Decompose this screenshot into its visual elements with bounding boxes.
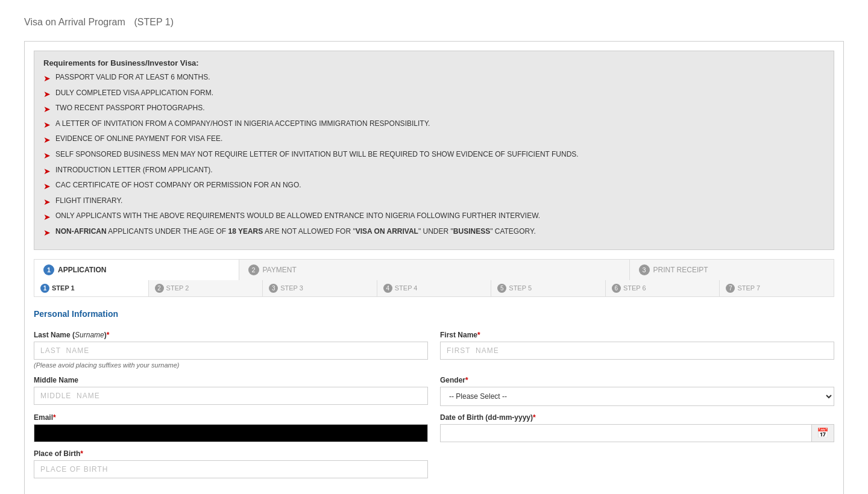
req-arrow-icon: ➤ bbox=[43, 196, 51, 208]
sub-step-3[interactable]: 3 STEP 3 bbox=[263, 280, 377, 296]
req-item-7: ➤ INTRODUCTION LETTER (FROM APPLICANT). bbox=[43, 165, 825, 178]
requirements-box: Requirements for Business/Investor Visa:… bbox=[34, 51, 834, 250]
sub-step-4[interactable]: 4 STEP 4 bbox=[377, 280, 492, 296]
gender-label: Gender* bbox=[440, 376, 834, 384]
req-item-6: ➤ SELF SPONSORED BUSINESS MEN MAY NOT RE… bbox=[43, 149, 825, 162]
dob-input[interactable] bbox=[440, 424, 811, 442]
step-num-2: 2 bbox=[248, 264, 259, 275]
middle-name-label: Middle Name bbox=[34, 376, 428, 384]
req-item-special: ➤ NON-AFRICAN APPLICANTS UNDER THE AGE O… bbox=[43, 227, 825, 239]
personal-info-section: Personal Information Last Name (Surname)… bbox=[34, 306, 834, 489]
sub-step-2[interactable]: 2 STEP 2 bbox=[149, 280, 263, 296]
email-label: Email* bbox=[34, 413, 428, 422]
req-arrow-icon: ➤ bbox=[43, 150, 51, 162]
requirements-title: Requirements for Business/Investor Visa: bbox=[43, 58, 825, 67]
form-row-middle-gender: Middle Name Gender* -- Please Select -- … bbox=[34, 376, 834, 406]
sub-steps: 1 STEP 1 2 STEP 2 3 STEP 3 4 STEP 4 5 ST… bbox=[34, 280, 834, 297]
form-row-email-dob: Email* Date of Birth (dd-mm-yyyy)* 📅 bbox=[34, 413, 834, 442]
sub-step-num-2: 2 bbox=[155, 284, 164, 293]
req-item-9: ➤ FLIGHT ITINERARY. bbox=[43, 196, 825, 208]
place-of-birth-input[interactable] bbox=[34, 460, 428, 478]
req-arrow-icon: ➤ bbox=[43, 181, 51, 193]
middle-name-col: Middle Name bbox=[34, 376, 428, 406]
sub-step-num-5: 5 bbox=[497, 284, 506, 293]
page-title: Visa on Arrival Program (STEP 1) bbox=[24, 12, 844, 29]
place-of-birth-label: Place of Birth* bbox=[34, 449, 428, 458]
last-name-hint: (Please avoid placing suffixes with your… bbox=[34, 361, 428, 369]
sub-step-num-7: 7 bbox=[726, 284, 735, 293]
req-item-2: ➤ DULY COMPLETED VISA APPLICATION FORM. bbox=[43, 88, 825, 101]
top-step-application[interactable]: 1 APPLICATION bbox=[34, 260, 239, 280]
sub-step-1[interactable]: 1 STEP 1 bbox=[34, 280, 149, 296]
sub-step-5[interactable]: 5 STEP 5 bbox=[491, 280, 606, 296]
section-title: Personal Information bbox=[34, 309, 834, 322]
req-item-4: ➤ A LETTER OF INVITATION FROM A COMPANY/… bbox=[43, 119, 825, 131]
form-row-name: Last Name (Surname)* (Please avoid placi… bbox=[34, 331, 834, 369]
form-row-birth: Place of Birth* bbox=[34, 449, 834, 478]
first-name-col: First Name* bbox=[440, 331, 834, 369]
calendar-button[interactable]: 📅 bbox=[811, 424, 834, 442]
top-step-print[interactable]: 3 PRINT RECEIPT bbox=[630, 260, 834, 280]
req-item-8: ➤ CAC CERTIFICATE OF HOST COMPANY OR PER… bbox=[43, 180, 825, 193]
dob-input-wrapper: 📅 bbox=[440, 424, 834, 442]
req-arrow-icon: ➤ bbox=[43, 227, 51, 239]
email-input[interactable] bbox=[34, 424, 428, 442]
top-nav: 1 APPLICATION 2 PAYMENT 3 PRINT RECEIPT bbox=[34, 259, 834, 280]
first-name-label: First Name* bbox=[440, 331, 834, 339]
step-num-3: 3 bbox=[639, 264, 650, 275]
gender-col: Gender* -- Please Select -- Male Female bbox=[440, 376, 834, 406]
req-arrow-icon: ➤ bbox=[43, 104, 51, 116]
middle-name-input[interactable] bbox=[34, 387, 428, 405]
req-arrow-icon: ➤ bbox=[43, 119, 51, 131]
last-name-input[interactable] bbox=[34, 342, 428, 360]
req-arrow-icon: ➤ bbox=[43, 166, 51, 178]
req-arrow-icon: ➤ bbox=[43, 89, 51, 101]
main-container: Requirements for Business/Investor Visa:… bbox=[24, 41, 844, 494]
step-num-1: 1 bbox=[43, 264, 54, 275]
req-item-1: ➤ PASSPORT VALID FOR AT LEAST 6 MONTHS. bbox=[43, 72, 825, 85]
dob-col: Date of Birth (dd-mm-yyyy)* 📅 bbox=[440, 413, 834, 442]
req-item-5: ➤ EVIDENCE OF ONLINE PAYMENT FOR VISA FE… bbox=[43, 134, 825, 146]
req-arrow-icon: ➤ bbox=[43, 134, 51, 146]
place-of-birth-col: Place of Birth* bbox=[34, 449, 428, 478]
sub-step-num-4: 4 bbox=[383, 284, 392, 293]
first-name-input[interactable] bbox=[440, 342, 834, 360]
sub-step-num-1: 1 bbox=[40, 284, 49, 293]
req-item-10: ➤ ONLY APPLICANTS WITH THE ABOVE REQUIRE… bbox=[43, 211, 825, 224]
top-step-payment[interactable]: 2 PAYMENT bbox=[239, 260, 630, 280]
dob-label: Date of Birth (dd-mm-yyyy)* bbox=[440, 413, 834, 422]
sub-step-num-3: 3 bbox=[269, 284, 278, 293]
email-col: Email* bbox=[34, 413, 428, 442]
req-arrow-icon: ➤ bbox=[43, 211, 51, 224]
req-arrow-icon: ➤ bbox=[43, 73, 51, 85]
calendar-icon: 📅 bbox=[817, 427, 829, 439]
gender-select[interactable]: -- Please Select -- Male Female bbox=[440, 387, 834, 406]
sub-step-7[interactable]: 7 STEP 7 bbox=[720, 280, 834, 296]
sub-step-6[interactable]: 6 STEP 6 bbox=[606, 280, 720, 296]
last-name-label: Last Name (Surname)* bbox=[34, 331, 428, 339]
empty-col bbox=[440, 449, 834, 478]
req-item-3: ➤ TWO RECENT PASSPORT PHOTOGRAPHS. bbox=[43, 103, 825, 116]
sub-step-num-6: 6 bbox=[612, 284, 621, 293]
last-name-col: Last Name (Surname)* (Please avoid placi… bbox=[34, 331, 428, 369]
